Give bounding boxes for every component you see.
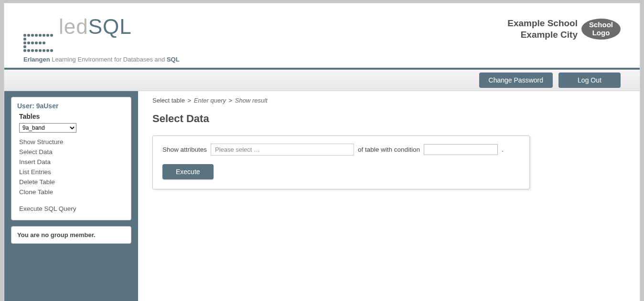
user-label: User: 9aUser xyxy=(17,102,125,110)
sidebar-links: Show Structure Select Data Insert Data L… xyxy=(19,138,125,212)
sidebar-link-execute-sql[interactable]: Execute SQL Query xyxy=(19,205,125,212)
change-password-button[interactable]: Change Password xyxy=(479,73,553,88)
sidebar-link-clone-table[interactable]: Clone Table xyxy=(19,188,125,196)
main-content: Select table > Enter query > Show result… xyxy=(138,91,640,199)
school-name: Example School xyxy=(507,18,578,29)
sidebar-link-select-data[interactable]: Select Data xyxy=(19,148,125,156)
execute-button[interactable]: Execute xyxy=(162,164,214,179)
school-city: Example City xyxy=(507,29,578,41)
sidebar-panel-tables: User: 9aUser Tables 9a_band Show Structu… xyxy=(11,97,131,220)
breadcrumb-step-3: Show result xyxy=(235,97,268,104)
tables-select[interactable]: 9a_band xyxy=(19,123,76,133)
sidebar-link-list-entries[interactable]: List Entries xyxy=(19,168,125,176)
logout-button[interactable]: Log Out xyxy=(558,73,621,88)
sidebar-link-insert-data[interactable]: Insert Data xyxy=(19,158,125,166)
condition-input[interactable] xyxy=(424,144,498,155)
breadcrumb: Select table > Enter query > Show result xyxy=(152,97,625,104)
sidebar: User: 9aUser Tables 9a_band Show Structu… xyxy=(4,91,138,301)
school-logo-icon: School Logo xyxy=(581,19,621,40)
group-message: You are no group member. xyxy=(17,231,125,239)
label-of-table-condition: of table with condition xyxy=(358,146,420,153)
breadcrumb-step-1: Select table xyxy=(152,97,185,104)
label-show-attributes: Show attributes xyxy=(162,146,207,153)
page-title: Select Data xyxy=(152,113,625,125)
sidebar-panel-group: You are no group member. xyxy=(11,226,131,244)
logo-subtitle: Erlangen Learning Environment for Databa… xyxy=(23,56,180,63)
query-box: Show attributes Please select … of table… xyxy=(152,135,530,189)
attributes-select[interactable]: Please select … xyxy=(211,144,354,156)
period: . xyxy=(502,146,504,153)
app-header: ledSQL Erlangen Learning Environment for… xyxy=(4,3,640,68)
tables-heading: Tables xyxy=(19,113,125,120)
logo-e-icon xyxy=(23,34,53,52)
breadcrumb-step-2: Enter query xyxy=(194,97,226,104)
logo-text: ledSQL xyxy=(59,15,132,39)
sidebar-link-delete-table[interactable]: Delete Table xyxy=(19,178,125,186)
top-toolbar: Change Password Log Out xyxy=(4,70,640,91)
school-block: Example School Example City School Logo xyxy=(507,15,621,41)
sidebar-link-show-structure[interactable]: Show Structure xyxy=(19,138,125,145)
logo-block: ledSQL Erlangen Learning Environment for… xyxy=(23,15,180,63)
